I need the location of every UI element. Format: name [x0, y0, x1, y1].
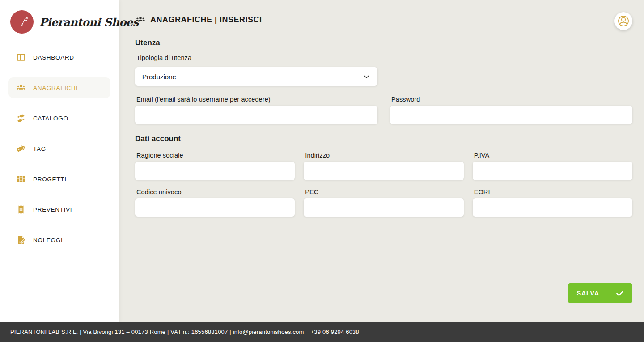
tipologia-label: Tipologia di utenza [135, 54, 632, 61]
email-field-group: Email (l'email sarà lo username per acce… [135, 96, 377, 124]
dashboard-icon [16, 52, 26, 62]
footer-phone: +39 06 9294 6038 [311, 329, 359, 335]
sidebar-nav: DASHBOARD ANAGRAFICHE [0, 47, 119, 250]
sidebar-item-catalogo[interactable]: CATALOGO [8, 108, 110, 128]
user-circle-icon [616, 13, 631, 29]
indirizzo-input[interactable] [304, 162, 463, 180]
codice-univoco-input[interactable] [135, 198, 295, 217]
email-label: Email (l'email sarà lo username per acce… [135, 96, 377, 103]
sidebar-item-label: DASHBOARD [33, 54, 74, 61]
ragione-sociale-field-group: Ragione sociale [135, 152, 295, 180]
tag-icon [16, 144, 26, 154]
high-heel-shoe-icon [10, 10, 34, 34]
utenza-credentials-row: Email (l'email sarà lo username per acce… [135, 96, 632, 124]
page-title: ANAGRAFICHE | INSERISCI [150, 15, 262, 25]
pec-input[interactable] [304, 198, 463, 217]
indirizzo-label: Indirizzo [304, 152, 463, 159]
sidebar: Pierantoni Shoes DASHBOARD [0, 0, 119, 322]
indirizzo-field-group: Indirizzo [304, 152, 463, 180]
ragione-sociale-label: Ragione sociale [135, 152, 295, 159]
dati-account-row-1: Ragione sociale Indirizzo P.IVA [135, 152, 632, 180]
film-icon [16, 174, 26, 184]
sidebar-item-label: PREVENTIVI [33, 206, 72, 213]
piva-input[interactable] [473, 162, 632, 180]
sidebar-item-anagrafiche[interactable]: ANAGRAFICHE [8, 77, 110, 98]
chevron-down-icon [363, 73, 370, 81]
sidebar-item-label: CATALOGO [33, 115, 68, 122]
eori-field-group: EORI [473, 188, 632, 217]
dati-account-row-2: Codice univoco PEC EORI [135, 188, 632, 217]
receipt-icon [16, 205, 26, 214]
people-icon [16, 83, 26, 93]
page-header: ANAGRAFICHE | INSERISCI [135, 14, 632, 25]
sidebar-item-preventivi[interactable]: PREVENTIVI [8, 199, 110, 220]
codice-univoco-field-group: Codice univoco [135, 188, 295, 217]
email-input[interactable] [135, 106, 377, 124]
pec-field-group: PEC [304, 188, 463, 217]
check-icon [615, 289, 624, 298]
footer-company-info: PIERANTONI LAB S.R.L. | Via Bivongi 131 … [10, 329, 304, 335]
sidebar-item-noleggi[interactable]: NOLEGGI [8, 230, 110, 250]
footprints-icon [16, 113, 26, 123]
sidebar-item-tag[interactable]: TAG [8, 138, 110, 159]
avatar[interactable] [614, 12, 632, 30]
section-heading-dati-account: Dati account [135, 134, 632, 143]
save-button[interactable]: SALVA [568, 283, 632, 303]
sidebar-item-label: ANAGRAFICHE [33, 85, 80, 91]
piva-label: P.IVA [473, 152, 632, 159]
contract-icon [16, 235, 26, 245]
footer: PIERANTONI LAB S.R.L. | Via Bivongi 131 … [0, 322, 644, 342]
main-content: ANAGRAFICHE | INSERISCI Utenza Tipologia… [119, 0, 644, 322]
password-input[interactable] [390, 106, 632, 124]
password-field-group: Password [390, 96, 632, 124]
piva-field-group: P.IVA [473, 152, 632, 180]
brand-logo[interactable]: Pierantoni Shoes [0, 0, 119, 34]
section-heading-utenza: Utenza [135, 38, 632, 47]
eori-input[interactable] [473, 198, 632, 217]
ragione-sociale-input[interactable] [135, 162, 295, 180]
pec-label: PEC [304, 188, 463, 196]
sidebar-item-label: NOLEGGI [33, 237, 63, 244]
codice-univoco-label: Codice univoco [135, 188, 295, 196]
sidebar-item-label: TAG [33, 145, 46, 152]
tipologia-selected-value: Produzione [142, 73, 176, 81]
brand-name: Pierantoni Shoes [39, 16, 139, 29]
sidebar-item-dashboard[interactable]: DASHBOARD [8, 47, 110, 68]
password-label: Password [390, 96, 632, 103]
save-row: SALVA [135, 283, 632, 303]
sidebar-item-label: PROGETTI [33, 176, 67, 183]
save-button-label: SALVA [577, 290, 599, 297]
tipologia-select[interactable]: Produzione [135, 67, 377, 86]
sidebar-item-progetti[interactable]: PROGETTI [8, 169, 110, 189]
eori-label: EORI [473, 188, 632, 196]
